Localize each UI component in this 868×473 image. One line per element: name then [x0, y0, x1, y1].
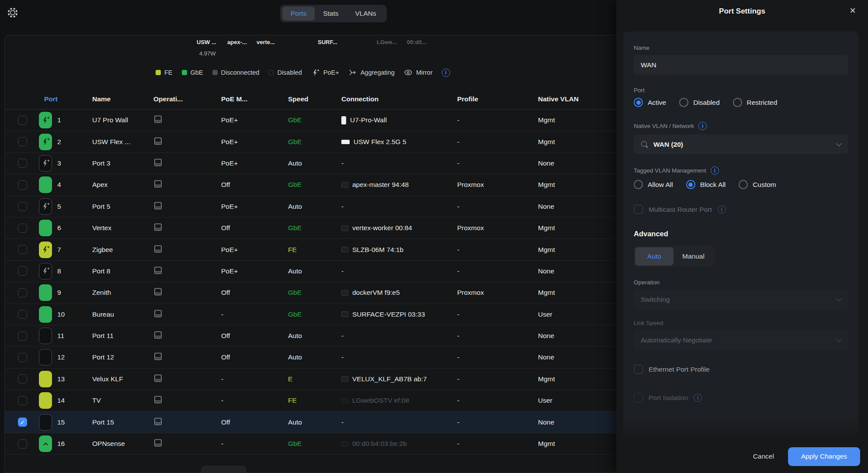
- row-checkbox[interactable]: [18, 439, 27, 449]
- name-input[interactable]: WAN: [634, 55, 848, 75]
- poe-mode: -: [221, 397, 288, 404]
- row-checkbox[interactable]: [18, 202, 27, 211]
- connected-device-icon: [341, 290, 348, 296]
- settings-gear-icon[interactable]: [6, 6, 19, 19]
- row-checkbox[interactable]: [18, 266, 27, 276]
- row-checkbox[interactable]: [18, 310, 27, 319]
- advanced-heading: Advanced: [634, 230, 848, 238]
- panel-title: Port Settings: [616, 7, 868, 16]
- row-checkbox[interactable]: [18, 245, 27, 254]
- port-number: 1: [57, 116, 61, 124]
- radio-block-all[interactable]: Block All: [686, 180, 726, 189]
- radio-restricted[interactable]: Restricted: [733, 98, 778, 107]
- chevron-down-icon: [836, 336, 842, 342]
- poe-mode: PoE+: [221, 267, 288, 275]
- multicast-checkbox[interactable]: [634, 205, 643, 214]
- port-name: Port 12: [92, 353, 153, 361]
- legend-info-icon[interactable]: i: [442, 69, 450, 77]
- view-tabs: PortsStatsVLANs: [280, 5, 387, 22]
- operation-select[interactable]: Switching: [634, 290, 848, 309]
- row-checkbox[interactable]: [18, 159, 27, 168]
- row-checkbox[interactable]: [18, 116, 27, 125]
- port-number: 2: [57, 138, 61, 146]
- row-checkbox[interactable]: [18, 180, 27, 190]
- header-port[interactable]: Port: [39, 95, 92, 103]
- link-speed: GbE: [288, 116, 341, 124]
- port-number: 3: [57, 159, 61, 167]
- operational-device-icon: [153, 331, 221, 341]
- radio-icon: [739, 180, 748, 189]
- poe-mode: PoE+: [221, 246, 288, 254]
- info-icon[interactable]: i: [698, 122, 707, 130]
- poe-mode: Off: [221, 289, 288, 297]
- row-checkbox[interactable]: ✓: [18, 418, 27, 427]
- apply-changes-button[interactable]: Apply Changes: [788, 447, 860, 466]
- connected-device-icon: [341, 376, 348, 382]
- close-icon[interactable]: ×: [850, 3, 856, 17]
- port-name: Port 3: [92, 159, 153, 167]
- pagination-button-partial[interactable]: [201, 466, 247, 473]
- cancel-button[interactable]: Cancel: [753, 452, 774, 460]
- header-operational[interactable]: Operati...: [153, 95, 221, 103]
- port-name: Port 15: [92, 418, 153, 426]
- legend-mirror: Mirror: [404, 68, 433, 77]
- port-isolation-row: Port Isolation i: [634, 393, 848, 402]
- chevron-down-icon: [836, 296, 842, 301]
- legend-fe: FE: [156, 69, 173, 76]
- port-status-badge: [39, 198, 52, 215]
- port-status-badge: [39, 112, 52, 128]
- header-profile[interactable]: Profile: [457, 95, 538, 103]
- radio-active[interactable]: Active: [634, 98, 666, 107]
- row-checkbox[interactable]: [18, 353, 27, 362]
- poe-mode: -: [221, 311, 288, 318]
- mode-auto[interactable]: Auto: [635, 247, 674, 266]
- ethernet-profile-checkbox[interactable]: [634, 365, 643, 374]
- link-speed-select[interactable]: Automatically Negotiate: [634, 330, 848, 350]
- radio-allow-all[interactable]: Allow All: [634, 180, 673, 189]
- row-checkbox[interactable]: [18, 396, 27, 405]
- row-checkbox[interactable]: [18, 374, 27, 383]
- port-isolation-checkbox[interactable]: [634, 393, 643, 402]
- native-vlan-select[interactable]: WAN (20): [634, 135, 848, 154]
- header-connection[interactable]: Connection: [341, 95, 457, 103]
- port-status-badge: [39, 284, 52, 301]
- port-status-badge: [39, 349, 52, 366]
- radio-disabled[interactable]: Disabled: [679, 98, 719, 107]
- port-name: Zenith: [92, 289, 153, 297]
- tab-vlans[interactable]: VLANs: [347, 7, 385, 21]
- header-name[interactable]: Name: [92, 95, 153, 103]
- port-status-badge: [39, 263, 52, 280]
- row-checkbox[interactable]: [18, 331, 27, 341]
- connected-device-icon: [341, 441, 348, 447]
- info-icon[interactable]: i: [711, 166, 719, 175]
- radio-custom[interactable]: Custom: [739, 180, 776, 189]
- port-name: TV: [92, 397, 153, 404]
- connection: vertex-worker 00:84: [352, 224, 412, 232]
- connection: SLZB-06M 74:1b: [352, 246, 403, 254]
- mode-manual[interactable]: Manual: [674, 247, 713, 266]
- connection: -: [341, 267, 344, 275]
- info-icon[interactable]: i: [718, 205, 726, 214]
- port-status-badge: [39, 220, 52, 236]
- connection: SURFACE-VEZPI 03:33: [352, 311, 425, 318]
- operational-device-icon: [153, 288, 221, 297]
- profile: Proxmox: [457, 224, 538, 232]
- operational-device-icon: [153, 223, 221, 233]
- port-name: U7 Pro Wall: [92, 116, 153, 124]
- port-number: 15: [57, 418, 65, 426]
- operational-device-icon: [153, 374, 221, 384]
- header-poe-mode[interactable]: PoE M...: [221, 95, 288, 103]
- advanced-mode-toggle: Auto Manual: [634, 246, 715, 267]
- link-speed: GbE: [288, 289, 341, 297]
- row-checkbox[interactable]: [18, 137, 27, 146]
- row-checkbox[interactable]: [18, 224, 27, 233]
- header-speed[interactable]: Speed: [288, 95, 341, 103]
- row-checkbox[interactable]: [18, 288, 27, 297]
- link-speed: Auto: [288, 203, 341, 211]
- tab-ports[interactable]: Ports: [282, 7, 315, 21]
- info-icon[interactable]: i: [694, 394, 702, 402]
- tab-stats[interactable]: Stats: [315, 7, 347, 21]
- connection: -: [341, 418, 344, 426]
- operational-device-icon: [153, 245, 221, 255]
- port-name: USW Flex ...: [92, 138, 153, 146]
